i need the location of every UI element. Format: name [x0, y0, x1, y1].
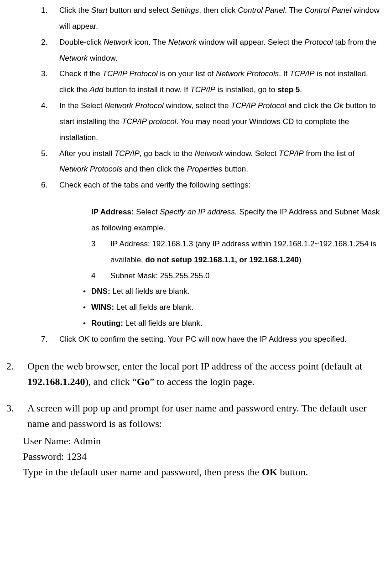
inner-step-text: Double-click Network icon. The Network w…: [59, 35, 380, 67]
final-instruction: Type in the default user name and passwo…: [23, 464, 380, 480]
inner-step-4: 4. In the Select Network Protocol window…: [41, 98, 380, 146]
inner-step-text: Click OK to confirm the setting. Your PC…: [59, 332, 380, 348]
inner-step-text: After you install TCP/IP, go back to the…: [59, 146, 380, 178]
default-credentials: User Name: Admin Password: 1234 Type in …: [23, 433, 380, 480]
bullet-icon: •: [78, 284, 91, 300]
outer-steps-list: 2. Open the web browser, enter the local…: [5, 359, 380, 480]
ip-example-4: 4 Subnet Mask: 255.255.255.0: [91, 268, 380, 284]
outer-step-marker: 3.: [5, 401, 25, 480]
inner-step-text: Check each of the tabs and verify the fo…: [59, 177, 380, 193]
ip-address-lead: IP Address: Select Specify an IP address…: [91, 204, 380, 236]
inner-steps-list-cont: 7. Click OK to confirm the setting. Your…: [5, 332, 380, 348]
bullet-wins: • WINS: Let all fields are blank.: [78, 300, 380, 316]
ip-example-text: Subnet Mask: 255.255.255.0: [110, 268, 380, 284]
bullet-dns: • DNS: Let all fields are blank.: [78, 284, 380, 300]
bullet-icon: •: [78, 300, 91, 316]
inner-steps-list: 1. Click the Start button and select Set…: [5, 3, 380, 193]
outer-step-body: Open the web browser, enter the local po…: [25, 359, 380, 390]
inner-step-6: 6. Check each of the tabs and verify the…: [41, 177, 380, 193]
inner-step-5: 5. After you install TCP/IP, go back to …: [41, 146, 380, 178]
settings-bullet-list: • DNS: Let all fields are blank. • WINS:…: [91, 284, 380, 332]
inner-step-text: Click the Start button and select Settin…: [59, 3, 380, 35]
outer-step-marker: 2.: [5, 359, 25, 390]
inner-step-text: Check if the TCP/IP Protocol is on your …: [59, 66, 380, 98]
default-password: Password: 1234: [23, 449, 380, 464]
inner-step-7: 7. Click OK to confirm the setting. Your…: [41, 332, 380, 348]
outer-step-2: 2. Open the web browser, enter the local…: [5, 359, 380, 390]
default-username: User Name: Admin: [23, 433, 380, 449]
outer-step-3: 3. A screen will pop up and prompt for u…: [5, 401, 380, 480]
inner-step-marker: 4.: [41, 98, 59, 114]
inner-step-marker: 7.: [41, 332, 59, 348]
document-page: 1. Click the Start button and select Set…: [0, 0, 385, 498]
inner-step-1: 1. Click the Start button and select Set…: [41, 3, 380, 35]
inner-step-marker: 2.: [41, 35, 59, 51]
ip-example-text: IP Address: 192.168.1.3 (any IP address …: [110, 236, 380, 268]
bullet-routing: • Routing: Let all fields are blank.: [78, 316, 380, 332]
inner-step-marker: 1.: [41, 3, 59, 19]
outer-step-body: A screen will pop up and prompt for user…: [25, 401, 380, 480]
ip-address-subblock: IP Address: Select Specify an IP address…: [91, 204, 380, 284]
ip-example-marker: 3: [91, 236, 110, 268]
inner-step-3: 3. Check if the TCP/IP Protocol is on yo…: [41, 66, 380, 98]
inner-step-marker: 6.: [41, 177, 59, 193]
ip-example-marker: 4: [91, 268, 110, 284]
inner-step-text: In the Select Network Protocol window, s…: [59, 98, 380, 146]
bullet-icon: •: [78, 316, 91, 332]
inner-step-marker: 5.: [41, 146, 59, 162]
ip-example-3: 3 IP Address: 192.168.1.3 (any IP addres…: [91, 236, 380, 268]
inner-step-marker: 3.: [41, 66, 59, 82]
inner-step-2: 2. Double-click Network icon. The Networ…: [41, 35, 380, 67]
